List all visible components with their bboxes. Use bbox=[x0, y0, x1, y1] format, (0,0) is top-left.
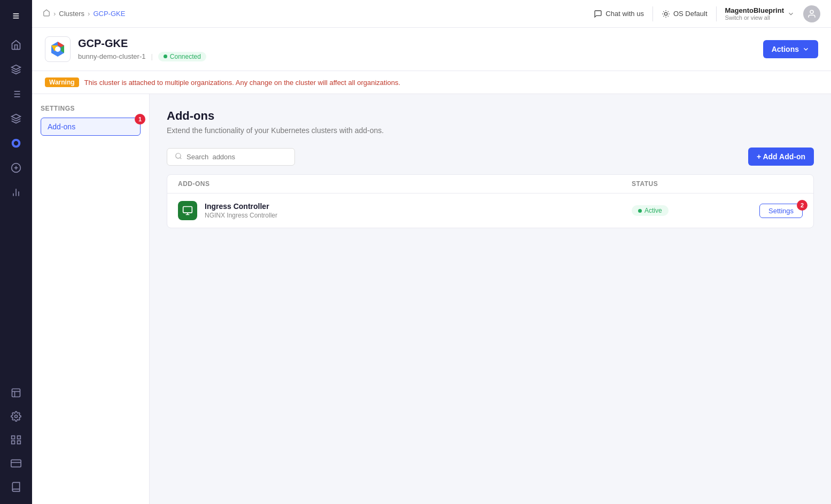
search-box[interactable] bbox=[167, 148, 295, 166]
table-row: Ingress Controller NGINX Ingress Control… bbox=[167, 193, 813, 228]
svg-point-18 bbox=[15, 415, 18, 418]
addon-info: Ingress Controller NGINX Ingress Control… bbox=[205, 202, 632, 219]
table-header: Add-ons Status bbox=[167, 175, 813, 193]
cluster-name: GCP-GKE bbox=[78, 37, 206, 50]
avatar[interactable] bbox=[803, 5, 820, 22]
panel-description: Extend the functionality of your Kuberne… bbox=[167, 126, 814, 135]
settings-item-addons[interactable]: Add-ons 1 bbox=[41, 118, 141, 136]
svg-point-25 bbox=[664, 12, 667, 15]
sidebar: ≡ bbox=[0, 0, 32, 504]
addon-name: Ingress Controller bbox=[205, 202, 632, 211]
search-input[interactable] bbox=[187, 153, 287, 161]
breadcrumb-sep2: › bbox=[88, 10, 90, 18]
svg-line-29 bbox=[180, 157, 182, 159]
os-label: OS Default bbox=[673, 10, 708, 18]
warning-banner: Warning This cluster is attached to mult… bbox=[32, 71, 831, 94]
addon-sub: NGINX Ingress Controller bbox=[205, 212, 632, 219]
sidebar-logo: ≡ bbox=[6, 6, 26, 26]
actions-label: Actions bbox=[772, 45, 799, 53]
status-label: Connected bbox=[170, 53, 201, 60]
logo-icon: ≡ bbox=[13, 9, 20, 23]
sidebar-item-docs[interactable] bbox=[5, 476, 27, 498]
svg-rect-19 bbox=[12, 436, 15, 439]
actions-button[interactable]: Actions bbox=[763, 40, 818, 58]
top-navigation: › Clusters › GCP-GKE Chat with us OS Def… bbox=[32, 0, 831, 28]
settings-nav-title: Settings bbox=[41, 105, 141, 112]
page-header: GCP-GKE bunny-demo-cluster-1 | Connected… bbox=[32, 28, 831, 71]
settings-item-badge: 1 bbox=[135, 114, 145, 125]
sidebar-item-payment[interactable] bbox=[5, 453, 27, 474]
os-default-button[interactable]: OS Default bbox=[662, 10, 708, 18]
chevron-down-icon bbox=[787, 10, 795, 18]
add-addon-label: + Add Add-on bbox=[757, 152, 805, 161]
cluster-info: GCP-GKE bunny-demo-cluster-1 | Connected bbox=[78, 37, 206, 61]
gke-logo-icon bbox=[49, 41, 66, 58]
svg-point-26 bbox=[810, 10, 813, 13]
search-icon bbox=[175, 152, 182, 161]
sidebar-item-reports[interactable] bbox=[5, 382, 27, 404]
status-badge: Connected bbox=[158, 52, 206, 61]
svg-rect-23 bbox=[11, 460, 21, 467]
addon-settings-button[interactable]: Settings 2 bbox=[759, 204, 803, 218]
warning-tag: Warning bbox=[45, 77, 79, 87]
svg-point-8 bbox=[14, 141, 18, 145]
sidebar-item-layers[interactable] bbox=[5, 59, 27, 80]
breadcrumb-current: GCP-GKE bbox=[93, 10, 125, 18]
actions-chevron-icon bbox=[802, 45, 810, 53]
svg-rect-22 bbox=[18, 441, 21, 444]
user-sub: Switch or view all bbox=[725, 14, 785, 21]
col-action-header bbox=[739, 180, 803, 188]
sidebar-item-settings[interactable] bbox=[5, 406, 27, 427]
chat-button[interactable]: Chat with us bbox=[594, 10, 644, 18]
active-badge: Active bbox=[632, 205, 669, 216]
sidebar-item-list[interactable] bbox=[5, 83, 27, 105]
sidebar-item-clusters[interactable] bbox=[5, 133, 27, 154]
svg-point-28 bbox=[176, 153, 181, 158]
svg-point-27 bbox=[55, 46, 60, 52]
ingress-icon bbox=[182, 205, 193, 216]
home-breadcrumb[interactable] bbox=[43, 9, 50, 18]
warning-text: This cluster is attached to multiple org… bbox=[84, 79, 401, 87]
sidebar-item-home[interactable] bbox=[5, 34, 27, 56]
col-addons-header: Add-ons bbox=[178, 180, 632, 188]
addon-settings-badge: 2 bbox=[797, 200, 807, 211]
sidebar-item-deploy[interactable] bbox=[5, 108, 27, 129]
settings-item-label: Add-ons bbox=[48, 122, 75, 131]
breadcrumb: › Clusters › GCP-GKE bbox=[43, 9, 125, 18]
divider1 bbox=[653, 6, 653, 21]
addon-status-cell: Active bbox=[632, 205, 739, 216]
breadcrumb-clusters[interactable]: Clusters bbox=[59, 10, 84, 18]
addons-panel: Add-ons Extend the functionality of your… bbox=[150, 94, 831, 504]
meta-divider: | bbox=[151, 52, 152, 60]
user-menu[interactable]: MagentoBlueprint Switch or view all bbox=[725, 6, 795, 21]
cluster-meta: bunny-demo-cluster-1 | Connected bbox=[78, 52, 206, 61]
svg-rect-20 bbox=[18, 436, 21, 439]
topnav-right: Chat with us OS Default MagentoBlueprint… bbox=[594, 5, 820, 22]
svg-rect-21 bbox=[12, 441, 15, 444]
settings-navigation: Settings Add-ons 1 bbox=[32, 94, 150, 504]
sidebar-item-integrations[interactable] bbox=[5, 429, 27, 451]
svg-rect-15 bbox=[12, 389, 20, 397]
cluster-sub: bunny-demo-cluster-1 bbox=[78, 52, 145, 60]
divider2 bbox=[716, 6, 717, 21]
col-status-header: Status bbox=[632, 180, 739, 188]
content-body: Settings Add-ons 1 Add-ons Extend the fu… bbox=[32, 94, 831, 504]
main-area: › Clusters › GCP-GKE Chat with us OS Def… bbox=[32, 0, 831, 504]
sidebar-item-analytics[interactable] bbox=[5, 182, 27, 203]
active-dot bbox=[638, 209, 642, 213]
active-label: Active bbox=[644, 207, 662, 214]
chat-label: Chat with us bbox=[605, 10, 644, 18]
breadcrumb-sep1: › bbox=[53, 10, 56, 18]
cluster-logo bbox=[45, 36, 71, 62]
addon-settings-label: Settings bbox=[768, 207, 794, 215]
svg-marker-0 bbox=[12, 65, 21, 69]
addon-icon bbox=[178, 201, 197, 220]
panel-title: Add-ons bbox=[167, 109, 814, 123]
user-name: MagentoBlueprint bbox=[725, 6, 785, 14]
add-addon-button[interactable]: + Add Add-on bbox=[748, 148, 814, 166]
addon-action-cell: Settings 2 bbox=[739, 204, 803, 218]
sidebar-item-billing[interactable] bbox=[5, 157, 27, 179]
addons-toolbar: + Add Add-on bbox=[167, 148, 814, 166]
svg-rect-30 bbox=[183, 207, 192, 213]
status-dot bbox=[164, 55, 167, 58]
